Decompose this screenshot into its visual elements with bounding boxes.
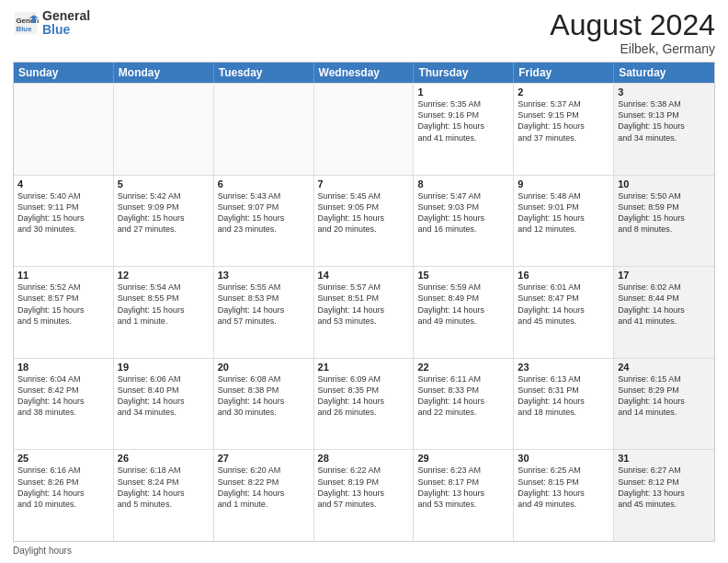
day-number: 4 [17, 178, 109, 190]
cell-info: Sunrise: 6:22 AM Sunset: 8:19 PM Dayligh… [318, 465, 410, 510]
calendar-cell: 12Sunrise: 5:54 AM Sunset: 8:55 PM Dayli… [114, 267, 214, 358]
day-number: 27 [218, 453, 310, 464]
cell-info: Sunrise: 6:13 AM Sunset: 8:31 PM Dayligh… [518, 373, 609, 419]
calendar-cell: 31Sunrise: 6:27 AM Sunset: 8:12 PM Dayli… [614, 450, 714, 541]
cell-info: Sunrise: 6:04 AM Sunset: 8:42 PM Dayligh… [17, 373, 109, 419]
cell-info: Sunrise: 5:50 AM Sunset: 8:59 PM Dayligh… [618, 190, 711, 236]
calendar-cell [14, 84, 114, 175]
calendar-header-cell: Saturday [614, 63, 714, 83]
day-number: 22 [417, 362, 509, 373]
logo: General Blue General Blue [13, 9, 90, 38]
cell-info: Sunrise: 6:08 AM Sunset: 8:38 PM Dayligh… [218, 373, 310, 419]
day-number: 3 [618, 86, 711, 98]
cell-info: Sunrise: 6:20 AM Sunset: 8:22 PM Dayligh… [218, 465, 310, 510]
calendar-row: 18Sunrise: 6:04 AM Sunset: 8:42 PM Dayli… [14, 358, 714, 450]
day-number: 24 [618, 362, 711, 373]
day-number: 1 [417, 86, 509, 98]
cell-info: Sunrise: 5:40 AM Sunset: 9:11 PM Dayligh… [17, 190, 109, 236]
calendar-cell: 11Sunrise: 5:52 AM Sunset: 8:57 PM Dayli… [14, 267, 114, 358]
day-number: 31 [618, 453, 711, 464]
day-number: 28 [318, 453, 410, 464]
cell-info: Sunrise: 6:02 AM Sunset: 8:44 PM Dayligh… [618, 282, 711, 327]
day-number: 11 [17, 270, 109, 281]
day-number: 26 [118, 453, 210, 464]
calendar-cell: 20Sunrise: 6:08 AM Sunset: 8:38 PM Dayli… [214, 359, 314, 450]
cell-info: Sunrise: 6:25 AM Sunset: 8:15 PM Dayligh… [518, 465, 609, 510]
cell-info: Sunrise: 5:52 AM Sunset: 8:57 PM Dayligh… [17, 282, 109, 327]
calendar-row: 1Sunrise: 5:35 AM Sunset: 9:16 PM Daylig… [14, 83, 714, 175]
cell-info: Sunrise: 6:18 AM Sunset: 8:24 PM Dayligh… [118, 465, 210, 510]
logo-general-text: General [42, 9, 90, 23]
cell-info: Sunrise: 6:09 AM Sunset: 8:35 PM Dayligh… [318, 373, 410, 419]
calendar-cell: 15Sunrise: 5:59 AM Sunset: 8:49 PM Dayli… [414, 267, 514, 358]
calendar-row: 25Sunrise: 6:16 AM Sunset: 8:26 PM Dayli… [14, 449, 714, 541]
logo-text: General Blue [42, 9, 90, 38]
day-number: 21 [318, 362, 410, 373]
calendar-header-cell: Tuesday [214, 63, 314, 83]
calendar-body: 1Sunrise: 5:35 AM Sunset: 9:16 PM Daylig… [14, 83, 714, 541]
calendar-cell: 27Sunrise: 6:20 AM Sunset: 8:22 PM Dayli… [214, 450, 314, 541]
calendar-header-cell: Friday [514, 63, 614, 83]
day-number: 9 [518, 178, 609, 190]
calendar-cell: 9Sunrise: 5:48 AM Sunset: 9:01 PM Daylig… [514, 176, 614, 267]
calendar-cell: 6Sunrise: 5:43 AM Sunset: 9:07 PM Daylig… [214, 176, 314, 267]
calendar-cell: 1Sunrise: 5:35 AM Sunset: 9:16 PM Daylig… [414, 84, 514, 175]
calendar-cell: 18Sunrise: 6:04 AM Sunset: 8:42 PM Dayli… [14, 359, 114, 450]
cell-info: Sunrise: 5:54 AM Sunset: 8:55 PM Dayligh… [118, 282, 210, 327]
cell-info: Sunrise: 6:23 AM Sunset: 8:17 PM Dayligh… [417, 465, 509, 510]
calendar-header-cell: Thursday [414, 63, 514, 83]
cell-info: Sunrise: 5:43 AM Sunset: 9:07 PM Dayligh… [218, 190, 310, 236]
cell-info: Sunrise: 5:45 AM Sunset: 9:05 PM Dayligh… [318, 190, 410, 236]
cell-info: Sunrise: 6:01 AM Sunset: 8:47 PM Dayligh… [518, 282, 609, 327]
day-number: 17 [618, 270, 711, 281]
day-number: 30 [518, 453, 609, 464]
calendar-row: 4Sunrise: 5:40 AM Sunset: 9:11 PM Daylig… [14, 175, 714, 267]
day-number: 20 [218, 362, 310, 373]
calendar-cell: 23Sunrise: 6:13 AM Sunset: 8:31 PM Dayli… [514, 359, 614, 450]
calendar-cell: 2Sunrise: 5:37 AM Sunset: 9:15 PM Daylig… [514, 84, 614, 175]
cell-info: Sunrise: 5:47 AM Sunset: 9:03 PM Dayligh… [417, 190, 509, 236]
cell-info: Sunrise: 6:11 AM Sunset: 8:33 PM Dayligh… [417, 373, 509, 419]
logo-blue-text: Blue [42, 23, 90, 37]
day-number: 13 [218, 270, 310, 281]
calendar-cell: 26Sunrise: 6:18 AM Sunset: 8:24 PM Dayli… [114, 450, 214, 541]
calendar-header: SundayMondayTuesdayWednesdayThursdayFrid… [14, 63, 714, 83]
calendar-cell: 30Sunrise: 6:25 AM Sunset: 8:15 PM Dayli… [514, 450, 614, 541]
footer-note: Daylight hours [13, 546, 715, 556]
calendar-cell: 25Sunrise: 6:16 AM Sunset: 8:26 PM Dayli… [14, 450, 114, 541]
calendar-cell: 4Sunrise: 5:40 AM Sunset: 9:11 PM Daylig… [14, 176, 114, 267]
day-number: 5 [118, 178, 210, 190]
location: Eilbek, Germany [550, 41, 715, 56]
cell-info: Sunrise: 5:48 AM Sunset: 9:01 PM Dayligh… [518, 190, 609, 236]
title-block: August 2024 Eilbek, Germany [550, 9, 715, 56]
calendar-cell: 8Sunrise: 5:47 AM Sunset: 9:03 PM Daylig… [414, 176, 514, 267]
cell-info: Sunrise: 5:55 AM Sunset: 8:53 PM Dayligh… [218, 282, 310, 327]
day-number: 12 [118, 270, 210, 281]
cell-info: Sunrise: 5:42 AM Sunset: 9:09 PM Dayligh… [118, 190, 210, 236]
day-number: 15 [417, 270, 509, 281]
calendar-cell: 19Sunrise: 6:06 AM Sunset: 8:40 PM Dayli… [114, 359, 214, 450]
cell-info: Sunrise: 6:16 AM Sunset: 8:26 PM Dayligh… [17, 465, 109, 510]
logo-icon: General Blue [13, 10, 39, 36]
calendar-cell: 24Sunrise: 6:15 AM Sunset: 8:29 PM Dayli… [614, 359, 714, 450]
calendar-header-cell: Monday [114, 63, 214, 83]
day-number: 8 [417, 178, 509, 190]
calendar-header-cell: Sunday [14, 63, 114, 83]
calendar-cell: 17Sunrise: 6:02 AM Sunset: 8:44 PM Dayli… [614, 267, 714, 358]
calendar-cell: 13Sunrise: 5:55 AM Sunset: 8:53 PM Dayli… [214, 267, 314, 358]
day-number: 29 [417, 453, 509, 464]
cell-info: Sunrise: 5:37 AM Sunset: 9:15 PM Dayligh… [518, 98, 609, 144]
calendar-row: 11Sunrise: 5:52 AM Sunset: 8:57 PM Dayli… [14, 266, 714, 358]
svg-text:Blue: Blue [17, 25, 33, 33]
calendar-cell [314, 84, 415, 175]
calendar-cell: 7Sunrise: 5:45 AM Sunset: 9:05 PM Daylig… [314, 176, 415, 267]
day-number: 19 [118, 362, 210, 373]
calendar: SundayMondayTuesdayWednesdayThursdayFrid… [13, 62, 715, 542]
calendar-cell [214, 84, 314, 175]
cell-info: Sunrise: 5:35 AM Sunset: 9:16 PM Dayligh… [417, 98, 509, 144]
day-number: 6 [218, 178, 310, 190]
calendar-cell: 3Sunrise: 5:38 AM Sunset: 9:13 PM Daylig… [614, 84, 714, 175]
page: General Blue General Blue August 2024 Ei… [0, 0, 728, 563]
day-number: 18 [17, 362, 109, 373]
day-number: 23 [518, 362, 609, 373]
